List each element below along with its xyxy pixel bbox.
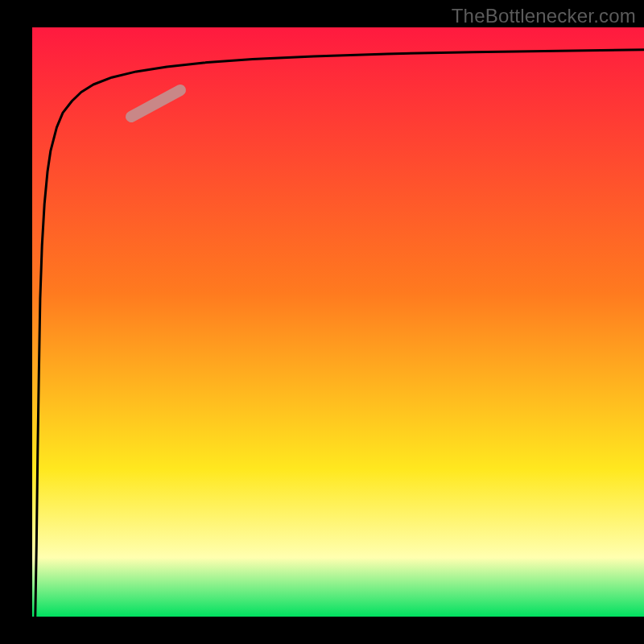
chart-svg — [0, 0, 644, 644]
chart-stage: TheBottlenecker.com — [0, 0, 644, 644]
plot-background — [32, 27, 644, 617]
attribution-text: TheBottlenecker.com — [452, 5, 636, 27]
